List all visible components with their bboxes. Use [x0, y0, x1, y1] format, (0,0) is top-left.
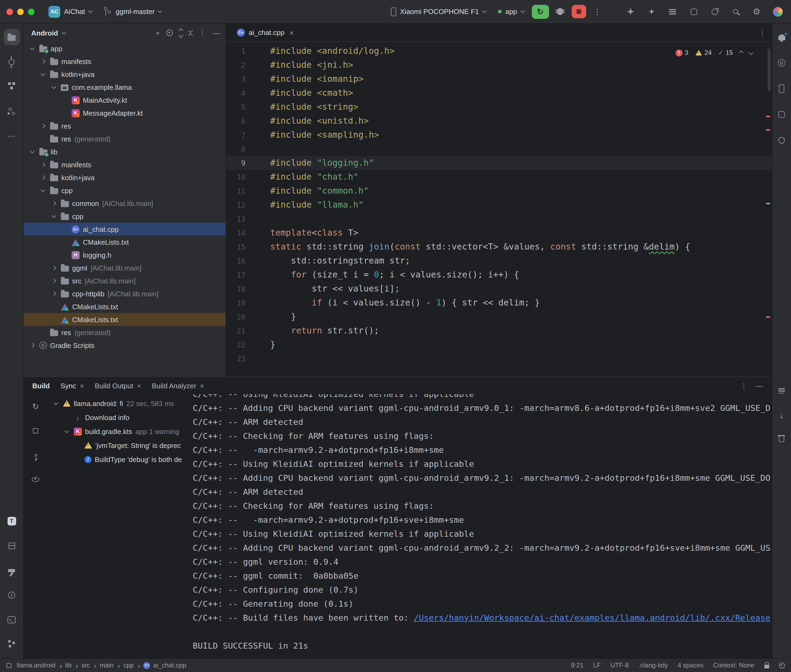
- scroll-to-end-button[interactable]: ↓: [773, 406, 789, 423]
- share-button[interactable]: [708, 5, 722, 19]
- minimize-window-button[interactable]: [17, 8, 24, 15]
- project-tree-row[interactable]: CMakeLists.txt: [24, 313, 226, 326]
- hide-panel-button[interactable]: —: [213, 29, 220, 37]
- locate-file-icon[interactable]: [166, 30, 173, 36]
- problems-tool-button[interactable]: !: [3, 587, 20, 603]
- chevron-right-icon[interactable]: [39, 163, 47, 166]
- code-line[interactable]: 16 std::ostringstream str;: [226, 254, 772, 268]
- project-tree-row[interactable]: KMainActivity.kt: [24, 94, 226, 107]
- passed-count[interactable]: ✓15: [718, 46, 733, 60]
- settings-button[interactable]: ⚙: [749, 5, 764, 19]
- code-editor[interactable]: 1#include <android/log.h>2#include <jni.…: [226, 42, 772, 376]
- todo-list-button[interactable]: [666, 5, 680, 19]
- project-tree-row[interactable]: app: [24, 42, 226, 55]
- console-link[interactable]: /Users/hanyin/Workspace/ai-chat/examples…: [414, 613, 770, 623]
- code-line[interactable]: 6#include <unistd.h>: [226, 114, 772, 128]
- app-quality-insights-tool-button[interactable]: [773, 132, 789, 149]
- terminal-tool-button[interactable]: >_: [3, 612, 20, 628]
- lock-icon[interactable]: [764, 665, 769, 669]
- project-view-mode[interactable]: Android: [31, 29, 58, 37]
- chevron-down-icon[interactable]: [63, 430, 71, 432]
- project-tree-row[interactable]: cpp: [24, 210, 226, 222]
- build-tab-build-analyzer[interactable]: Build Analyzer×: [152, 382, 204, 390]
- build-options-button[interactable]: ⋮: [740, 382, 748, 390]
- project-tree-row[interactable]: kotlin+java: [24, 171, 226, 184]
- scrollbar-thumb[interactable]: [767, 48, 770, 91]
- close-window-button[interactable]: [6, 8, 13, 15]
- stop-sync-button[interactable]: [27, 423, 43, 439]
- editor-options-button[interactable]: ⋮: [759, 28, 766, 37]
- run-more-actions-button[interactable]: ⋮: [589, 5, 605, 19]
- error-mark[interactable]: [766, 129, 770, 130]
- project-tree-row[interactable]: ggml[AiChat.lib.main]: [24, 261, 226, 274]
- project-tree-row[interactable]: com.example.llama: [24, 81, 226, 94]
- chevron-down-icon[interactable]: [50, 86, 58, 88]
- build-tree-row[interactable]: llama.android: fi22 sec, 583 ms: [47, 396, 189, 410]
- collapse-all-button[interactable]: [189, 29, 192, 37]
- breadcrumb-item[interactable]: llama.android: [6, 661, 55, 669]
- preview-button[interactable]: [27, 471, 43, 487]
- commit-tool-button[interactable]: [3, 54, 20, 70]
- build-console[interactable]: C/C++: -- Using KleidiAI optimized kerne…: [189, 394, 772, 658]
- chevron-down-icon[interactable]: [39, 74, 47, 75]
- running-devices-tool-button[interactable]: T: [3, 513, 20, 529]
- chevron-right-icon[interactable]: [39, 124, 47, 128]
- project-tree-row[interactable]: lib: [24, 145, 226, 158]
- code-line[interactable]: 19 if (i < values.size() - 1) { str << d…: [226, 296, 772, 310]
- stop-button[interactable]: [571, 5, 586, 18]
- chevron-right-icon[interactable]: [50, 292, 58, 295]
- more-tools-button[interactable]: ⋯: [3, 128, 20, 144]
- project-tree-row[interactable]: GGradle Scripts: [24, 339, 226, 352]
- chevron-down-icon[interactable]: [50, 215, 58, 217]
- project-tree-row[interactable]: res: [24, 119, 226, 132]
- code-line[interactable]: 3#include <iomanip>: [226, 72, 772, 86]
- code-line[interactable]: 14template<class T>: [226, 226, 772, 240]
- error-stripe[interactable]: [764, 42, 772, 376]
- code-line[interactable]: 9#include "logging.h": [226, 156, 772, 170]
- chevron-right-icon[interactable]: [28, 344, 36, 347]
- add-button[interactable]: +: [156, 29, 160, 37]
- typo-mark[interactable]: [766, 203, 770, 204]
- code-line[interactable]: 10#include "chat.h": [226, 170, 772, 184]
- chevron-down-icon[interactable]: [28, 151, 36, 152]
- clear-console-button[interactable]: [773, 430, 789, 446]
- structure-tool-button[interactable]: [3, 78, 20, 94]
- breadcrumb-item[interactable]: src: [81, 661, 90, 669]
- status-item[interactable]: 4 spaces: [678, 661, 704, 669]
- pull-requests-tool-button[interactable]: [3, 103, 20, 119]
- code-line[interactable]: 4#include <cmath>: [226, 86, 772, 100]
- project-tree-row[interactable]: src[AiChat.lib.main]: [24, 274, 226, 287]
- expand-all-button[interactable]: [179, 29, 183, 37]
- chevron-right-icon[interactable]: [50, 279, 58, 282]
- chevron-right-icon[interactable]: [39, 60, 47, 63]
- build-tree-row[interactable]: iBuildType 'debug' is both de: [47, 452, 189, 466]
- soft-wrap-button[interactable]: [773, 383, 789, 399]
- layout-inspector-tool-button[interactable]: [773, 107, 789, 123]
- chevron-down-icon[interactable]: [52, 403, 60, 404]
- code-line[interactable]: 15static std::string join(const std::vec…: [226, 240, 772, 254]
- project-tree-row[interactable]: C+ai_chat.cpp: [24, 222, 226, 235]
- ai-actions-button[interactable]: [624, 5, 638, 19]
- chevron-right-icon[interactable]: [39, 176, 47, 179]
- project-widget[interactable]: AC AiChat: [44, 3, 96, 20]
- status-item[interactable]: UTF-8: [610, 661, 629, 669]
- breadcrumb-item[interactable]: main: [99, 661, 114, 669]
- plugins-button[interactable]: [687, 5, 701, 19]
- debug-button[interactable]: [552, 5, 568, 19]
- notifications-button[interactable]: [773, 29, 789, 45]
- project-tool-button[interactable]: [3, 29, 20, 45]
- code-line[interactable]: 23: [226, 352, 772, 366]
- breadcrumb-item[interactable]: lib: [65, 661, 72, 669]
- inspections-widget[interactable]: !3 24 ✓15: [672, 45, 756, 61]
- highlight-level-icon[interactable]: [779, 662, 785, 668]
- version-control-tool-button[interactable]: [3, 637, 20, 653]
- ai-assistant-button[interactable]: [645, 5, 659, 19]
- chevron-down-icon[interactable]: [39, 190, 47, 191]
- prev-problem-button[interactable]: [739, 51, 743, 54]
- status-item[interactable]: 9:21: [571, 661, 584, 669]
- code-line[interactable]: 13: [226, 212, 772, 226]
- run-configuration-selector[interactable]: app: [494, 5, 528, 18]
- project-tree-row[interactable]: manifests: [24, 55, 226, 68]
- code-line[interactable]: 20 }: [226, 310, 772, 324]
- status-item[interactable]: Context: None: [713, 661, 754, 669]
